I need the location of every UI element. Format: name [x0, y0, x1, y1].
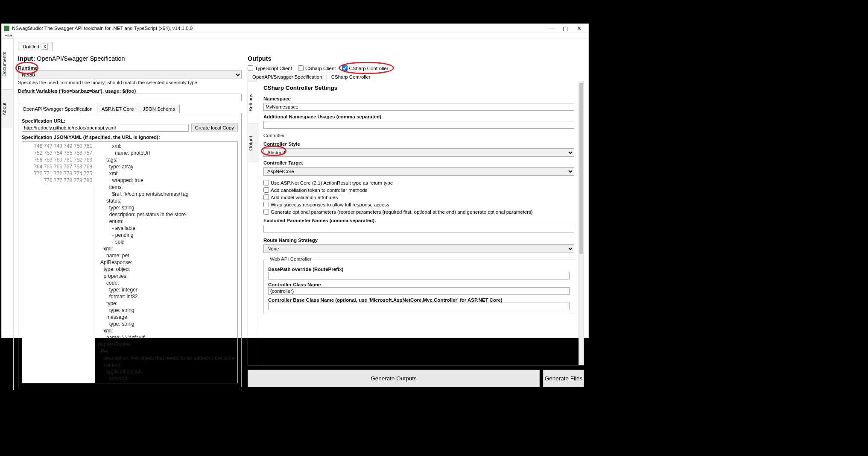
cb-wrap-success[interactable]: Wrap success responses to allow full res… — [263, 202, 574, 207]
document-tab[interactable]: Untitled X — [18, 42, 53, 51]
outputs-pane: Outputs TypeScript Client CSharp Client … — [248, 55, 584, 387]
output-tab-csharp-controller[interactable]: CSharp Controller — [327, 73, 375, 81]
runtime-select[interactable]: Net80 — [18, 71, 242, 79]
addns-input[interactable] — [263, 121, 574, 129]
cb-model-validation[interactable]: Add model validation attributes — [263, 194, 574, 200]
document-tab-close[interactable]: X — [42, 44, 48, 50]
create-local-copy-button[interactable]: Create local Copy — [191, 124, 238, 132]
menu-file[interactable]: File — [4, 33, 12, 38]
namespace-input[interactable] — [263, 103, 574, 111]
menubar: File — [2, 33, 588, 38]
namespace-label: Namespace — [263, 96, 574, 101]
classname-input[interactable] — [268, 287, 570, 295]
input-inner-tabs: OpenAPI/Swagger Specification ASP.NET Co… — [18, 105, 242, 113]
app-icon — [4, 26, 9, 31]
content-area: Untitled X Input: OpenAPI/Swagger Specif… — [14, 38, 588, 390]
classname-label: Controller Class Name — [268, 282, 570, 287]
tab-spec[interactable]: OpenAPI/Swagger Specification — [18, 105, 97, 113]
cb-cancellation-token[interactable]: Add cancellation token to controller met… — [263, 187, 574, 193]
window-title: NSwagStudio: The Swagger API toolchain f… — [12, 26, 545, 31]
controller-style-label: Controller Style — [263, 141, 574, 147]
outputs-heading: Outputs — [248, 55, 584, 62]
yaml-editor[interactable]: 746 747 748 749 750 751 752 753 754 755 … — [22, 141, 238, 383]
settings-scrollbar[interactable] — [579, 81, 584, 365]
cb-optional-params[interactable]: Generate optional parameters (reorder pa… — [263, 209, 574, 215]
generate-outputs-button[interactable]: Generate Outputs — [248, 370, 540, 387]
settings-title: CSharp Controller Settings — [263, 85, 574, 91]
webapi-legend: Web API Controller — [268, 256, 313, 262]
basepath-input[interactable] — [268, 272, 570, 279]
controller-style-select[interactable]: Abstract — [263, 148, 574, 157]
generate-files-button[interactable]: Generate Files — [543, 370, 584, 387]
excluded-params-input[interactable] — [263, 225, 574, 232]
runtime-label: Runtime — [18, 65, 242, 71]
tab-jsonschema[interactable]: JSON Schema — [138, 105, 180, 113]
vtab-settings[interactable]: Settings — [248, 81, 259, 124]
checkbox-csharp-client[interactable]: CSharp Client — [298, 65, 336, 71]
baseclass-input[interactable] — [268, 303, 570, 310]
sidetab-about[interactable]: About — [2, 89, 13, 128]
input-pane: Input: OpenAPI/Swagger Specification Run… — [18, 55, 242, 387]
spec-url-label: Specification URL: — [22, 118, 238, 124]
addns-label: Additional Namespace Usages (comma separ… — [263, 114, 574, 119]
close-button[interactable]: ✕ — [572, 24, 586, 32]
spec-yaml-label: Specification JSON/YAML (if specified, t… — [22, 135, 238, 140]
maximize-button[interactable]: ▢ — [558, 24, 572, 32]
webapi-fieldset: Web API Controller BasePath override (Ro… — [263, 256, 574, 314]
minimize-button[interactable]: — — [545, 24, 558, 32]
yaml-editor-gutter: 746 747 748 749 750 751 752 753 754 755 … — [22, 142, 95, 383]
tab-aspnetcore[interactable]: ASP.NET Core — [97, 105, 139, 113]
left-sidetabs: Documents About — [2, 38, 14, 390]
titlebar: NSwagStudio: The Swagger API toolchain f… — [2, 24, 588, 33]
controller-target-select[interactable]: AspNetCore — [263, 167, 574, 176]
excluded-params-label: Excluded Parameter Names (comma separate… — [263, 218, 574, 223]
cb-actionresult[interactable]: Use ASP.Net Core (2.1) ActionResult type… — [263, 180, 574, 185]
route-naming-select[interactable]: None — [263, 244, 574, 253]
runtime-hint: Specifies the used command line binary; … — [18, 80, 242, 85]
default-vars-input[interactable] — [18, 94, 242, 101]
input-heading: Input: OpenAPI/Swagger Specification — [18, 55, 242, 62]
default-vars-label: Default Variables ('foo=bar,baz=bar'), u… — [18, 88, 242, 94]
baseclass-label: Controller Base Class Name (optional, us… — [268, 297, 570, 303]
controller-settings-panel: CSharp Controller Settings Namespace Add… — [259, 81, 579, 365]
basepath-label: BasePath override (RoutePrefix) — [268, 267, 570, 272]
document-tab-label: Untitled — [23, 44, 39, 49]
controller-target-label: Controller Target — [263, 160, 574, 165]
checkbox-typescript-client[interactable]: TypeScript Client — [248, 65, 292, 71]
sidetab-documents[interactable]: Documents — [2, 38, 13, 89]
yaml-editor-text[interactable]: xml: name: photoUrl tags: type: array xm… — [95, 142, 237, 383]
output-tab-spec[interactable]: OpenAPI/Swagger Specification — [248, 73, 327, 81]
route-naming-label: Route Naming Strategy — [263, 238, 574, 243]
controller-group-label: Controller — [263, 133, 574, 138]
app-window: NSwagStudio: The Swagger API toolchain f… — [1, 24, 589, 338]
spec-url-input[interactable] — [22, 124, 189, 132]
checkbox-csharp-controller[interactable]: CSharp Controller — [342, 65, 389, 71]
settings-scrollthumb[interactable] — [579, 83, 583, 254]
vtab-output[interactable]: Output — [248, 124, 259, 163]
